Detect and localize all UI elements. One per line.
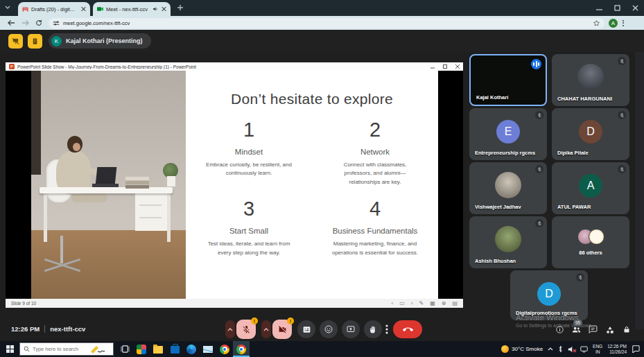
browser-menu-icon[interactable] xyxy=(623,20,624,26)
slide-navigator-icon[interactable]: ▭ xyxy=(399,301,405,306)
chat-button[interactable] xyxy=(587,324,599,336)
search-icon xyxy=(24,346,30,352)
captions-button[interactable] xyxy=(297,320,315,338)
document-chip[interactable] xyxy=(28,34,42,49)
taskbar-clock[interactable]: 12:26 PM 11/26/24 xyxy=(607,344,627,355)
photos-app-icon[interactable] xyxy=(133,341,150,357)
others-tile[interactable]: 86 others xyxy=(552,216,629,268)
reactions-button[interactable] xyxy=(320,320,338,338)
participant-name: Dipika Pitale xyxy=(557,150,589,156)
network-display-icon[interactable] xyxy=(580,346,588,353)
slide-title: Don’t hesitate to explore xyxy=(186,91,438,107)
language-indicator[interactable]: ENG IN xyxy=(593,344,602,355)
participant-photo-avatar xyxy=(495,226,521,252)
task-view-button[interactable] xyxy=(116,341,133,357)
prev-slide-icon[interactable]: ‹ xyxy=(392,301,394,306)
tab-gmail-drafts[interactable]: Drafts (20) - digitalpromotions: xyxy=(18,2,90,16)
powerpoint-title-bar: P PowerPoint Slide Show - My-Journey-Fro… xyxy=(6,62,463,71)
tab-meet[interactable]: Meet - nex-ttft-ccv xyxy=(93,2,171,16)
point-text: Connect with classmates, professors, and… xyxy=(330,161,420,186)
tab-search-chevron-icon[interactable] xyxy=(5,6,10,10)
tray-expand-chevron[interactable] xyxy=(548,347,553,351)
microsoft-store-icon[interactable] xyxy=(166,341,183,357)
participant-tile[interactable]: E Entrepreneurship rgcms xyxy=(469,108,547,160)
window-minimize-button[interactable] xyxy=(590,0,608,16)
slide-photo xyxy=(31,71,186,299)
mic-off-icon xyxy=(618,111,626,119)
host-controls-button[interactable] xyxy=(620,324,632,336)
browser-tab-strip: Drafts (20) - digitalpromotions: Meet - … xyxy=(0,0,644,16)
chrome-icon[interactable] xyxy=(216,341,233,357)
window-maximize-button[interactable] xyxy=(608,0,626,16)
next-slide-icon[interactable]: › xyxy=(411,301,413,306)
mic-off-button[interactable]: ! xyxy=(236,320,256,339)
mic-options-chevron[interactable] xyxy=(225,320,235,338)
pen-tool-icon[interactable]: ✎ xyxy=(419,301,424,306)
present-button[interactable] xyxy=(342,320,360,338)
file-explorer-icon[interactable] xyxy=(150,341,166,357)
ppt-maximize-icon[interactable] xyxy=(443,64,447,69)
mic-warning-badge: ! xyxy=(251,317,258,324)
weather-widget[interactable]: 30°C Smoke xyxy=(501,345,543,353)
raise-hand-button[interactable] xyxy=(364,320,382,338)
participant-tile[interactable]: Vishwajeet Jadhav xyxy=(469,162,547,214)
end-call-button[interactable] xyxy=(393,320,422,338)
point-number: 3 xyxy=(204,198,294,220)
others-avatars xyxy=(577,229,604,245)
tab-close-icon[interactable] xyxy=(161,6,166,12)
search-input[interactable] xyxy=(33,346,87,352)
participant-tile[interactable]: Kajal Kothari xyxy=(469,54,547,106)
url-text: meet.google.com/nex-ttft-ccv xyxy=(63,20,589,26)
camera-warning-badge: ! xyxy=(287,317,294,324)
ppt-minimize-icon[interactable] xyxy=(430,64,435,69)
new-tab-button[interactable] xyxy=(176,3,184,12)
volume-muted-icon[interactable] xyxy=(568,346,575,353)
ppt-close-icon[interactable] xyxy=(455,64,460,69)
presentation-warning-chip[interactable] xyxy=(8,34,23,49)
point-text: Mastering marketing, finance, and operat… xyxy=(330,240,420,257)
point-number: 2 xyxy=(330,119,420,141)
camera-off-button[interactable]: ! xyxy=(272,320,292,339)
address-bar[interactable]: meet.google.com/nex-ttft-ccv xyxy=(49,18,604,28)
presenter-pill[interactable]: K Kajal Kothari (Presenting) xyxy=(49,33,151,49)
chrome-active-icon[interactable] xyxy=(233,341,250,357)
windows-taskbar: 30°C Smoke ENG IN 12:26 PM 11/26/24 xyxy=(0,341,644,357)
bookmark-star-icon[interactable] xyxy=(593,19,600,27)
tab-close-icon[interactable] xyxy=(80,6,86,12)
participant-tile[interactable]: Ashish Bhushan xyxy=(469,216,547,268)
point-heading: Business Fundamentals xyxy=(330,227,420,235)
see-all-slides-icon[interactable]: ▦ xyxy=(430,301,435,306)
action-center-icon[interactable] xyxy=(632,345,640,353)
participant-photo-avatar xyxy=(495,172,521,198)
participant-name: Vishwajeet Jadhav xyxy=(475,204,521,210)
screen: Drafts (20) - digitalpromotions: Meet - … xyxy=(0,0,644,357)
activities-button[interactable] xyxy=(604,324,616,336)
forward-button[interactable] xyxy=(18,19,32,26)
reload-button[interactable] xyxy=(32,19,46,26)
tab-label: Drafts (20) - digitalpromotions: xyxy=(31,6,78,12)
edge-icon[interactable] xyxy=(183,341,200,357)
clock-text: 12:26 PM xyxy=(11,325,40,333)
meeting-details-button[interactable] xyxy=(554,324,566,336)
start-button[interactable] xyxy=(0,345,19,353)
participant-tile[interactable]: A ATUL PAWAR xyxy=(552,162,629,214)
participant-tile[interactable]: D Dipika Pitale xyxy=(552,108,629,160)
zoom-slide-icon[interactable]: ⊕ xyxy=(442,301,446,306)
site-settings-icon[interactable] xyxy=(53,20,60,26)
language-line2: IN xyxy=(593,349,602,355)
profile-avatar[interactable]: A xyxy=(609,19,618,28)
slide-point-1: 1 Mindset Embrace curiosity, be resilien… xyxy=(186,119,312,186)
meeting-info: 12:26 PM nex-ttft-ccv xyxy=(11,325,85,333)
more-options-button[interactable] xyxy=(381,320,393,338)
mail-icon[interactable] xyxy=(200,341,216,357)
display-options-icon[interactable]: ▤ xyxy=(452,301,458,306)
window-close-button[interactable] xyxy=(626,0,644,16)
taskbar-search[interactable] xyxy=(19,342,114,356)
back-button[interactable] xyxy=(4,19,18,26)
tab-audio-icon[interactable] xyxy=(153,6,158,12)
bluetooth-icon[interactable] xyxy=(558,345,563,353)
gmail-icon xyxy=(22,6,28,12)
camera-options-chevron[interactable] xyxy=(261,320,271,338)
edge-panel-sliver xyxy=(635,52,644,329)
participant-tile[interactable]: CHAHAT HARGUNANI xyxy=(552,54,629,106)
